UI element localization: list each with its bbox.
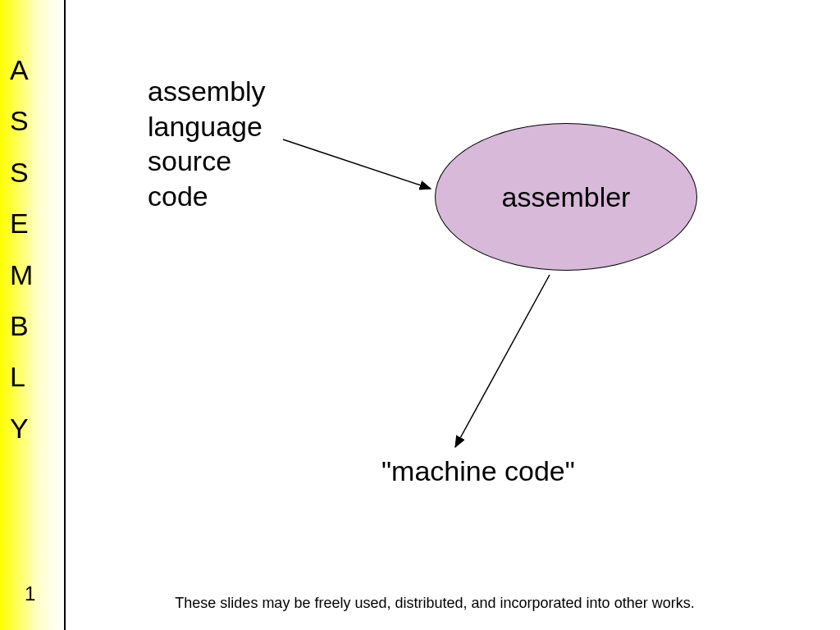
assembler-node-label: assembler (502, 181, 631, 213)
footer-note: These slides may be freely used, distrib… (139, 595, 730, 612)
sidebar-letter: S (10, 98, 33, 143)
sidebar-letters: A S S E M B L Y (10, 48, 33, 457)
assembler-node: assembler (435, 123, 697, 271)
sidebar-letter: E (10, 201, 33, 245)
sidebar-letter: B (10, 304, 33, 348)
arrow-assembler-to-output (443, 271, 574, 459)
sidebar-letter: M (10, 253, 33, 297)
sidebar-letter: A (10, 48, 33, 92)
sidebar-letter: L (10, 354, 33, 399)
sidebar-letter: Y (10, 406, 33, 450)
sidebar-letter: S (10, 150, 33, 194)
source-code-label: assembly language source code (148, 74, 266, 213)
machine-code-label: "machine code" (381, 455, 575, 487)
sidebar-gradient: A S S E M B L Y (0, 0, 66, 630)
slide-number: 1 (25, 582, 35, 605)
svg-line-3 (455, 275, 550, 447)
arrow-source-to-assembler (279, 131, 443, 213)
svg-line-1 (283, 139, 431, 189)
